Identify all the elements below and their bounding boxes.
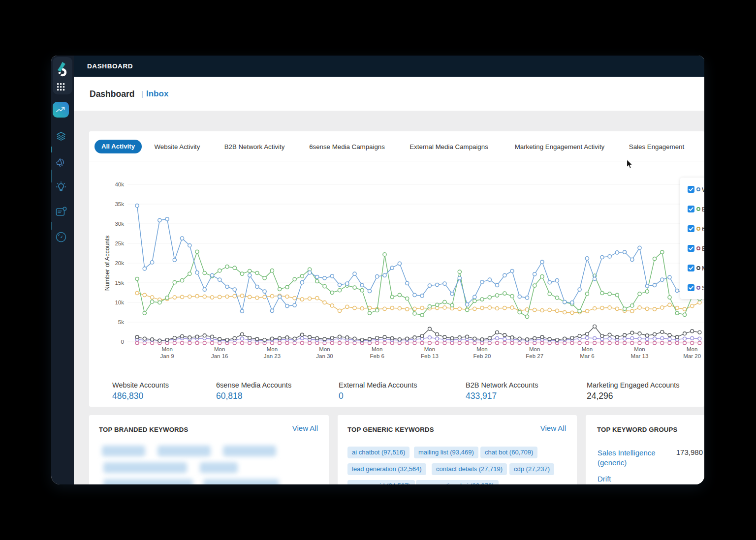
svg-text:Mon: Mon <box>582 346 593 352</box>
svg-text:Mon: Mon <box>161 346 172 352</box>
svg-text:Mon: Mon <box>319 346 330 352</box>
svg-text:Mon: Mon <box>529 346 540 352</box>
svg-text:10k: 10k <box>115 300 124 305</box>
svg-text:Feb 6: Feb 6 <box>370 353 384 359</box>
svg-text:Mar 6: Mar 6 <box>580 353 594 359</box>
svg-text:5k: 5k <box>118 319 124 325</box>
svg-text:Mon: Mon <box>267 346 278 352</box>
svg-text:0: 0 <box>121 339 124 345</box>
svg-text:20k: 20k <box>115 260 124 266</box>
svg-text:Feb 27: Feb 27 <box>526 353 543 359</box>
svg-text:Mon: Mon <box>372 346 382 352</box>
svg-text:Feb 20: Feb 20 <box>473 353 491 359</box>
svg-text:Feb 13: Feb 13 <box>421 353 439 359</box>
svg-text:Jan 16: Jan 16 <box>211 353 228 359</box>
svg-text:Mon: Mon <box>634 346 645 352</box>
svg-text:Mar 20: Mar 20 <box>683 353 701 359</box>
svg-text:Mon: Mon <box>687 346 697 352</box>
svg-text:Jan 9: Jan 9 <box>160 353 174 359</box>
svg-text:Jan 30: Jan 30 <box>316 353 333 359</box>
svg-text:Mon: Mon <box>476 346 487 352</box>
svg-text:25k: 25k <box>115 240 124 246</box>
svg-text:Mon: Mon <box>214 346 225 352</box>
svg-text:Number of Accounts: Number of Accounts <box>104 236 111 291</box>
svg-text:35k: 35k <box>115 201 124 207</box>
svg-text:Mar 13: Mar 13 <box>631 353 649 359</box>
svg-text:40k: 40k <box>115 181 124 187</box>
svg-text:Mon: Mon <box>424 346 435 352</box>
svg-text:Jan 23: Jan 23 <box>264 353 281 359</box>
svg-text:30k: 30k <box>115 221 124 227</box>
svg-text:15k: 15k <box>115 280 124 286</box>
